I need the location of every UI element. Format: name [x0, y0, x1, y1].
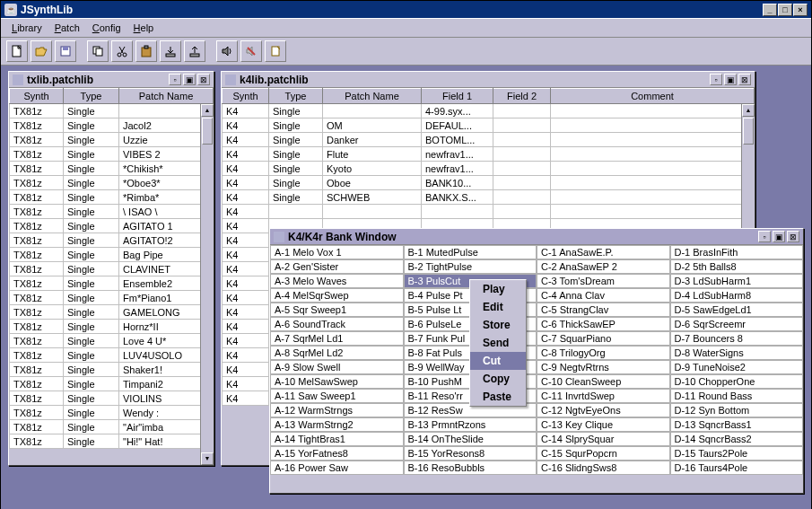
bank-cell[interactable]: A-14 TightBras1: [270, 432, 404, 446]
table-cell[interactable]: TX81z: [10, 377, 64, 391]
table-cell[interactable]: TX81z: [10, 348, 64, 363]
table-row[interactable]: TX81zSingleLove 4 U*: [10, 334, 214, 348]
table-cell[interactable]: Single: [269, 176, 323, 190]
table-cell[interactable]: [551, 190, 755, 205]
table-cell[interactable]: [551, 104, 755, 118]
bank-cell[interactable]: A-15 YorFatnes8: [270, 446, 404, 461]
bank-cell[interactable]: B-14 OnTheSlide: [404, 432, 537, 446]
table-cell[interactable]: DEFAUL...: [422, 118, 493, 133]
table-cell[interactable]: K4: [223, 363, 269, 377]
maximize-button[interactable]: ▣: [183, 74, 196, 85]
table-cell[interactable]: BANKX.S...: [422, 190, 493, 205]
table-cell[interactable]: TX81z: [10, 219, 64, 233]
table-row[interactable]: TX81zSingleShaker1!: [10, 363, 214, 377]
table-cell[interactable]: AGITATO!2: [119, 233, 214, 248]
table-cell[interactable]: K4: [223, 190, 269, 205]
close-button[interactable]: ⊠: [197, 74, 210, 85]
table-cell[interactable]: TX81z: [10, 334, 64, 348]
table-row[interactable]: K4Single4-99.syx...: [223, 104, 755, 118]
table-cell[interactable]: K4: [223, 262, 269, 276]
menu-config[interactable]: Config: [87, 21, 127, 35]
mute-icon[interactable]: [240, 40, 262, 62]
bank-cell[interactable]: C-9 NegtvRtrns: [537, 360, 670, 374]
menu-help[interactable]: Help: [128, 21, 160, 35]
table-cell[interactable]: TX81z: [10, 434, 64, 449]
table-cell[interactable]: *Rimba*: [119, 190, 214, 205]
bank-cell[interactable]: A-16 Power Saw: [270, 461, 404, 475]
table-cell[interactable]: SCHWEB: [323, 190, 422, 205]
table-cell[interactable]: Danker: [323, 133, 422, 147]
bank-cell[interactable]: C-12 NgtvEyeOns: [537, 403, 670, 417]
table-cell[interactable]: Single: [64, 291, 119, 305]
table-cell[interactable]: Bag Pipe: [119, 248, 214, 262]
scroll-down-icon[interactable]: ▼: [201, 452, 214, 465]
table-cell[interactable]: Oboe: [323, 176, 422, 190]
table-cell[interactable]: Single: [269, 104, 323, 118]
table-cell[interactable]: K4: [223, 205, 269, 219]
bank-cell[interactable]: B-15 YorResons8: [404, 446, 537, 461]
table-row[interactable]: TX81zSingle Uzzie: [10, 133, 214, 147]
table-cell[interactable]: [493, 104, 551, 118]
bank-cell[interactable]: B-2 TightPulse: [404, 259, 537, 274]
table-row[interactable]: K4SingleSCHWEBBANKX.S...: [223, 190, 755, 205]
scrollbar[interactable]: ▲ ▼: [200, 104, 214, 465]
table-row[interactable]: TX81zSingleGAMELONG: [10, 305, 214, 320]
table-cell[interactable]: [493, 133, 551, 147]
table-cell[interactable]: [119, 104, 214, 118]
bank-cell[interactable]: A-4 MelSqrSwep: [270, 288, 404, 303]
table-row[interactable]: K4: [223, 205, 755, 219]
table-cell[interactable]: Single: [64, 133, 119, 147]
menu-patch[interactable]: Patch: [49, 21, 85, 35]
table-cell[interactable]: Single: [64, 162, 119, 176]
table-cell[interactable]: [493, 147, 551, 162]
table-cell[interactable]: Love 4 U*: [119, 334, 214, 348]
context-menu-paste[interactable]: Paste: [470, 388, 526, 406]
table-cell[interactable]: Single: [64, 219, 119, 233]
table-cell[interactable]: Single: [269, 190, 323, 205]
table-cell[interactable]: K4: [223, 291, 269, 305]
table-cell[interactable]: BANK10...: [422, 176, 493, 190]
table-cell[interactable]: K4: [223, 219, 269, 233]
bank-cell[interactable]: A-2 Gen'Sister: [270, 259, 404, 274]
bank-cell[interactable]: A-8 SqrMel Ld2: [270, 346, 404, 360]
table-cell[interactable]: Ensemble2: [119, 276, 214, 291]
table-cell[interactable]: LUV4USOLO: [119, 348, 214, 363]
bank-cell[interactable]: D-1 BrasInFith: [670, 245, 804, 259]
table-cell[interactable]: K4: [223, 147, 269, 162]
bank-cell[interactable]: D-11 Round Bass: [670, 389, 804, 403]
table-row[interactable]: TX81zSingle*Oboe3*: [10, 176, 214, 190]
table-cell[interactable]: newfrav1...: [422, 162, 493, 176]
bank-cell[interactable]: D-6 SqrScreemr: [670, 317, 804, 331]
table-cell[interactable]: K4: [223, 334, 269, 348]
table-cell[interactable]: TX81z: [10, 276, 64, 291]
maximize-button[interactable]: ▣: [724, 74, 737, 85]
table-cell[interactable]: Fm*Piano1: [119, 291, 214, 305]
table-cell[interactable]: K4: [223, 391, 269, 406]
bank-grid[interactable]: A-1 Melo Vox 1B-1 MutedPulseC-1 AnaSawE.…: [270, 245, 803, 475]
table-cell[interactable]: Single: [64, 391, 119, 406]
save-icon[interactable]: [55, 40, 76, 62]
table-cell[interactable]: [551, 176, 755, 190]
table-cell[interactable]: [422, 205, 493, 219]
bank-cell[interactable]: B-1 MutedPulse: [404, 245, 537, 259]
bank-cell[interactable]: C-3 Tom'sDream: [537, 274, 670, 288]
new-icon[interactable]: [6, 40, 28, 62]
bank-cell[interactable]: D-8 WaterSigns: [670, 346, 804, 360]
minimize-button[interactable]: _: [763, 4, 777, 16]
table-row[interactable]: TX81zSingle\ ISAO \: [10, 205, 214, 219]
table-cell[interactable]: [493, 176, 551, 190]
bank-cell[interactable]: C-13 Key Clique: [537, 417, 670, 432]
table-cell[interactable]: AGITATO 1: [119, 219, 214, 233]
table-cell[interactable]: [493, 162, 551, 176]
table-cell[interactable]: Single: [64, 348, 119, 363]
bank-cell[interactable]: D-4 LdSubHarm8: [670, 288, 804, 303]
table-cell[interactable]: VIOLINS: [119, 391, 214, 406]
table-row[interactable]: TX81zSingle"Air"imba: [10, 420, 214, 434]
table-cell[interactable]: K4: [223, 248, 269, 262]
table-cell[interactable]: Single: [64, 320, 119, 334]
table-cell[interactable]: Jacol2: [119, 118, 214, 133]
table-cell[interactable]: Single: [64, 434, 119, 449]
table-cell[interactable]: K4: [223, 348, 269, 363]
table-cell[interactable]: K4: [223, 118, 269, 133]
table-cell[interactable]: Single: [64, 406, 119, 420]
